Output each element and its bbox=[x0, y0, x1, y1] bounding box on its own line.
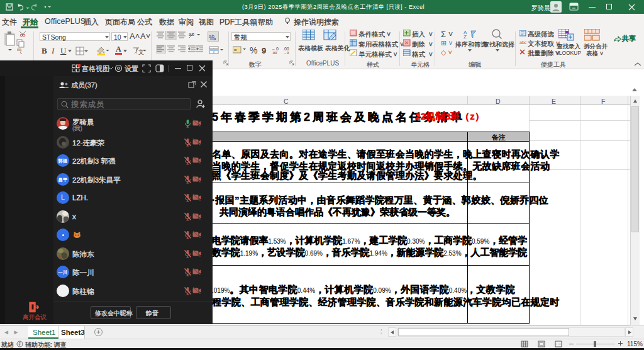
svg-text:.00: .00 bbox=[272, 51, 277, 55]
svg-text:.00: .00 bbox=[283, 47, 289, 51]
svg-text:ab: ab bbox=[209, 33, 214, 39]
svg-text:¤: ¤ bbox=[234, 47, 237, 53]
svg-text:←0: ←0 bbox=[272, 47, 279, 51]
svg-text:%: % bbox=[250, 45, 257, 55]
svg-text:ab: ab bbox=[189, 31, 194, 37]
svg-text:→0: →0 bbox=[283, 51, 289, 55]
svg-text:abc: abc bbox=[519, 40, 526, 45]
svg-text:Z: Z bbox=[464, 34, 467, 39]
svg-text:9: 9 bbox=[262, 46, 266, 55]
